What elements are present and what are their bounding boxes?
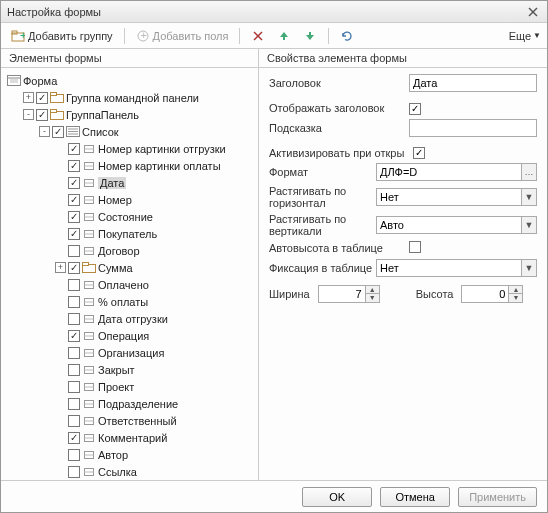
svg-rect-14 xyxy=(51,93,57,96)
tree-checkbox[interactable] xyxy=(68,143,80,155)
prop-height-input[interactable] xyxy=(461,285,509,303)
field-icon xyxy=(82,228,96,240)
tree-toggle[interactable]: + xyxy=(55,262,66,273)
tree-toggle[interactable]: - xyxy=(39,126,50,137)
ellipsis-button[interactable]: … xyxy=(521,163,537,181)
more-menu-button[interactable]: Еще ▼ xyxy=(509,30,541,42)
move-down-button[interactable] xyxy=(299,27,321,45)
tree-item[interactable]: Проект xyxy=(3,378,256,395)
prop-title-input[interactable] xyxy=(409,74,537,92)
tree-checkbox[interactable] xyxy=(68,160,80,172)
tree-item[interactable]: Номер xyxy=(3,191,256,208)
spin-up-icon[interactable]: ▲ xyxy=(366,286,379,295)
right-header: Свойства элемента формы xyxy=(259,49,547,67)
tree-checkbox[interactable] xyxy=(68,432,80,444)
tree-item[interactable]: Операция xyxy=(3,327,256,344)
tree-toggle[interactable]: + xyxy=(23,92,34,103)
tree-checkbox[interactable] xyxy=(68,415,80,427)
tree-item[interactable]: Подразделение xyxy=(3,395,256,412)
field-icon xyxy=(82,160,96,172)
close-button[interactable] xyxy=(525,4,541,20)
add-group-button[interactable]: + Добавить группу xyxy=(7,27,117,45)
left-header: Элементы формы xyxy=(1,49,259,67)
prop-stretch-h-input[interactable] xyxy=(376,188,521,206)
prop-fix-combo[interactable]: ▼ xyxy=(376,259,537,277)
tree-checkbox[interactable] xyxy=(36,109,48,121)
prop-hint-input[interactable] xyxy=(409,119,537,137)
prop-autoheight-checkbox[interactable] xyxy=(409,241,421,253)
prop-title-label: Заголовок xyxy=(269,77,409,89)
tree-checkbox[interactable] xyxy=(68,262,80,274)
tree-item[interactable]: Состояние xyxy=(3,208,256,225)
tree-item[interactable]: Автор xyxy=(3,446,256,463)
chevron-down-icon[interactable]: ▼ xyxy=(521,216,537,234)
tree-checkbox[interactable] xyxy=(68,228,80,240)
chevron-down-icon[interactable]: ▼ xyxy=(521,188,537,206)
tree-checkbox[interactable] xyxy=(68,347,80,359)
move-up-button[interactable] xyxy=(273,27,295,45)
spin-up-icon[interactable]: ▲ xyxy=(509,286,522,295)
tree-checkbox[interactable] xyxy=(68,194,80,206)
tree-item[interactable]: Покупатель xyxy=(3,225,256,242)
tree-item[interactable]: Организация xyxy=(3,344,256,361)
tree-item[interactable]: Закрыт xyxy=(3,361,256,378)
tree-item[interactable]: Ссылка xyxy=(3,463,256,480)
tree-toggle-blank xyxy=(55,296,66,307)
prop-fix-input[interactable] xyxy=(376,259,521,277)
ok-button[interactable]: OK xyxy=(302,487,372,507)
tree-item[interactable]: Договор xyxy=(3,242,256,259)
tree-item[interactable]: Номер картинки отгрузки xyxy=(3,140,256,157)
tree-item[interactable]: Оплачено xyxy=(3,276,256,293)
chevron-down-icon: ▼ xyxy=(533,31,541,40)
tree-item[interactable]: Ответственный xyxy=(3,412,256,429)
delete-button[interactable] xyxy=(247,27,269,45)
prop-show-title-checkbox[interactable] xyxy=(409,103,421,115)
tree-root[interactable]: Форма xyxy=(3,72,256,89)
form-elements-tree[interactable]: Форма +Группа командной панели-ГруппаПан… xyxy=(1,68,259,480)
prop-width-spinner[interactable]: ▲▼ xyxy=(318,285,380,303)
tree-checkbox[interactable] xyxy=(68,245,80,257)
tree-toggle-blank xyxy=(55,466,66,477)
cancel-button[interactable]: Отмена xyxy=(380,487,450,507)
tree-checkbox[interactable] xyxy=(68,313,80,325)
tree-checkbox[interactable] xyxy=(36,92,48,104)
tree-checkbox[interactable] xyxy=(68,449,80,461)
prop-format-combo[interactable]: … xyxy=(376,163,537,181)
tree-item[interactable]: -Список xyxy=(3,123,256,140)
tree-toggle-blank xyxy=(55,279,66,290)
tree-checkbox[interactable] xyxy=(68,211,80,223)
tree-item-label: Закрыт xyxy=(98,364,135,376)
prop-format-input[interactable] xyxy=(376,163,521,181)
tree-item[interactable]: Дата xyxy=(3,174,256,191)
tree-item[interactable]: Номер картинки оплаты xyxy=(3,157,256,174)
tree-toggle[interactable]: - xyxy=(23,109,34,120)
tree-checkbox[interactable] xyxy=(68,466,80,478)
tree-checkbox[interactable] xyxy=(68,381,80,393)
prop-width-input[interactable] xyxy=(318,285,366,303)
tree-item[interactable]: Комментарий xyxy=(3,429,256,446)
tree-checkbox[interactable] xyxy=(68,279,80,291)
tree-checkbox[interactable] xyxy=(68,364,80,376)
tree-checkbox[interactable] xyxy=(68,398,80,410)
tree-item[interactable]: -ГруппаПанель xyxy=(3,106,256,123)
tree-item[interactable]: Дата отгрузки xyxy=(3,310,256,327)
prop-stretch-v-combo[interactable]: ▼ xyxy=(376,216,537,234)
tree-item-label: Комментарий xyxy=(98,432,167,444)
tree-checkbox[interactable] xyxy=(68,177,80,189)
delete-icon xyxy=(251,29,265,43)
prop-stretch-h-combo[interactable]: ▼ xyxy=(376,188,537,206)
spin-down-icon[interactable]: ▼ xyxy=(366,294,379,302)
chevron-down-icon[interactable]: ▼ xyxy=(521,259,537,277)
refresh-button[interactable] xyxy=(336,27,358,45)
tree-toggle-blank xyxy=(55,160,66,171)
prop-stretch-v-input[interactable] xyxy=(376,216,521,234)
tree-checkbox[interactable] xyxy=(68,296,80,308)
tree-checkbox[interactable] xyxy=(52,126,64,138)
tree-item[interactable]: +Сумма xyxy=(3,259,256,276)
spin-down-icon[interactable]: ▼ xyxy=(509,294,522,302)
tree-checkbox[interactable] xyxy=(68,330,80,342)
prop-activate-checkbox[interactable] xyxy=(413,147,425,159)
tree-item[interactable]: % оплаты xyxy=(3,293,256,310)
tree-item[interactable]: +Группа командной панели xyxy=(3,89,256,106)
prop-height-spinner[interactable]: ▲▼ xyxy=(461,285,523,303)
